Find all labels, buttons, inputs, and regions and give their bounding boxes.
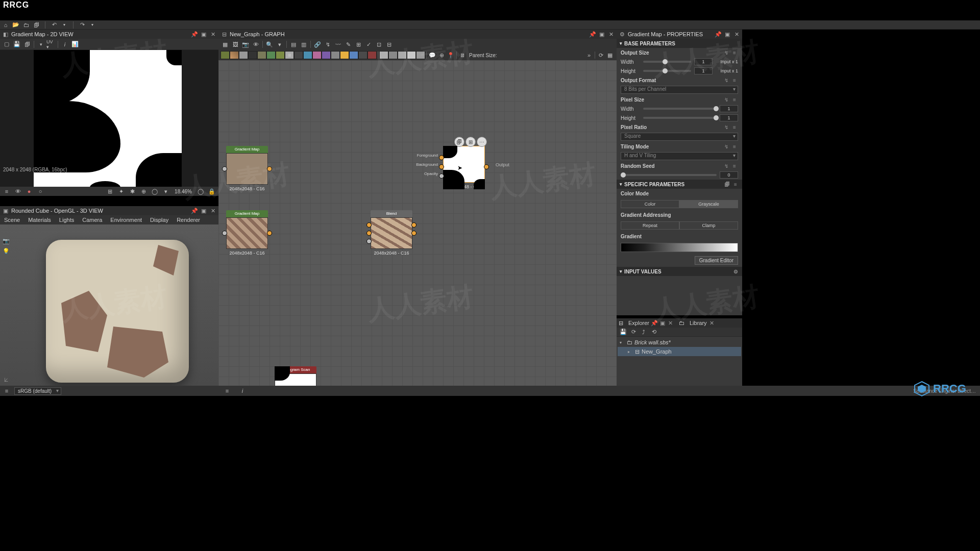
copy-icon[interactable]: 🗐 [724, 181, 731, 188]
popout-icon[interactable]: ▣ [724, 31, 731, 38]
tab-explorer[interactable]: Explorer 📌 ▣ ✕ [625, 318, 677, 328]
save-icon[interactable]: 💾 [619, 328, 628, 337]
graph-canvas[interactable]: Gradient Map 2048x2048 - C16 Gradient Ma… [218, 60, 617, 396]
height-value[interactable]: 1 [694, 67, 713, 74]
align-icon[interactable]: ▤ [289, 40, 298, 49]
close-icon[interactable]: ✕ [733, 31, 740, 38]
image-icon[interactable]: 🖼 [231, 40, 240, 49]
colorspace-combo[interactable]: sRGB (default) [14, 387, 61, 395]
close-icon[interactable]: ✕ [709, 320, 715, 326]
ps-height-slider[interactable] [643, 117, 717, 119]
swatch[interactable] [398, 51, 407, 59]
stamp-icon[interactable]: ⊞ [354, 40, 363, 49]
input-port[interactable] [222, 231, 227, 236]
section-input-values[interactable]: ▾INPUT VALUES ⚙ [617, 267, 742, 276]
ratio-dropdown[interactable]: Square [621, 133, 738, 141]
pin-icon[interactable]: 📌 [589, 31, 596, 38]
crop2-icon[interactable]: ⊟ [384, 40, 394, 49]
input-port[interactable] [439, 155, 444, 160]
menu-icon[interactable]: ≡ [731, 162, 738, 169]
popout-icon[interactable]: ▣ [200, 31, 207, 38]
seed-value[interactable]: 0 [720, 171, 738, 179]
dot-icon[interactable]: ● [24, 187, 34, 196]
menu-icon[interactable]: ≡ [731, 123, 738, 131]
menu-icon[interactable]: ≡ [731, 49, 738, 56]
close-icon[interactable]: ✕ [668, 320, 674, 326]
menu-materials[interactable]: Materials [28, 217, 51, 223]
ps-height-value[interactable]: 1 [720, 114, 738, 121]
menu-lights[interactable]: Lights [59, 217, 74, 223]
output-port[interactable] [411, 231, 416, 236]
circle-icon[interactable]: ◯ [196, 187, 205, 196]
recent-icon[interactable]: 🗀 [22, 21, 30, 29]
check-icon[interactable]: ✓ [364, 40, 373, 49]
node-blend-2[interactable]: 🗐 ⊞ ⋯ 2048x2048 - C16 Foreground Backgro… [443, 146, 485, 189]
menu-icon[interactable]: ≡ [731, 143, 738, 150]
swatch[interactable] [340, 51, 349, 59]
close-icon[interactable]: ✕ [209, 207, 216, 214]
target-icon[interactable]: ✱ [128, 187, 137, 196]
close-icon[interactable]: ✕ [607, 31, 615, 38]
refresh-icon[interactable]: ⟳ [596, 51, 605, 60]
output-port[interactable] [411, 222, 416, 228]
redo-icon[interactable]: ↷ [79, 21, 86, 29]
dot2-icon[interactable]: ○ [36, 187, 45, 196]
dropdown-icon[interactable]: ▾ [161, 187, 170, 196]
axis-icon[interactable]: ⟀ [2, 375, 10, 384]
flow-icon[interactable]: ↯ [323, 40, 332, 49]
link-icon[interactable]: 🔗 [313, 40, 322, 49]
save-icon[interactable]: 💾 [12, 40, 21, 49]
input-port[interactable] [439, 164, 444, 169]
tab-library[interactable]: Library ✕ [687, 318, 718, 328]
swatch[interactable] [331, 51, 340, 59]
reload-icon[interactable]: ⟲ [649, 328, 658, 337]
swatch[interactable] [266, 51, 276, 59]
swatch[interactable] [303, 51, 312, 59]
seg-repeat[interactable]: Repeat [621, 221, 679, 230]
popout-icon[interactable]: ▣ [200, 207, 207, 214]
swatch[interactable] [407, 51, 416, 59]
output-port[interactable] [267, 166, 272, 171]
frame-icon[interactable]: ▦ [220, 40, 230, 49]
home-icon[interactable]: ⌂ [2, 21, 9, 29]
node-gradient-map-2[interactable]: Gradient Map 2048x2048 - C16 [226, 210, 268, 256]
menu-renderer[interactable]: Renderer [177, 217, 200, 223]
path-icon[interactable]: 〰 [333, 40, 342, 49]
seed-slider[interactable] [621, 174, 717, 176]
popout-icon[interactable]: ▣ [659, 320, 666, 326]
align2-icon[interactable]: ▥ [299, 40, 308, 49]
histogram-icon[interactable]: 📊 [70, 40, 80, 49]
swatch-grid[interactable]: ⊞ [285, 51, 294, 59]
crop-icon[interactable]: ⊡ [374, 40, 383, 49]
ps-width-slider[interactable] [643, 108, 717, 110]
pin-icon[interactable]: 📌 [191, 31, 198, 38]
undo-icon[interactable]: ↶ [51, 21, 58, 29]
pin-icon[interactable]: 📌 [715, 31, 722, 38]
gradient-editor-button[interactable]: Gradient Editor [695, 256, 738, 265]
list-icon[interactable]: ≡ [223, 386, 232, 395]
swatch[interactable] [416, 51, 425, 59]
new-icon[interactable]: ▢ [2, 40, 11, 49]
tree-root[interactable]: ▾🗀 Brick wall.sbs* [618, 338, 741, 347]
link-icon[interactable]: ↯ [723, 96, 730, 103]
canvas-2d[interactable]: 2048 x 2048 (RGBA, 16bpc) [0, 50, 218, 187]
seg-color[interactable]: Color [621, 200, 679, 208]
gradient-bar[interactable] [621, 243, 738, 252]
zoom-icon[interactable]: 🔍 [265, 40, 274, 49]
menu-icon[interactable]: ≡ [731, 77, 738, 84]
swatch[interactable] [322, 51, 331, 59]
tiling-dropdown[interactable]: H and V Tiling [621, 152, 738, 160]
eye-icon[interactable]: 👁 [251, 40, 260, 49]
swatch[interactable] [294, 51, 303, 59]
redo-dropdown-icon[interactable]: ▾ [89, 21, 96, 29]
light-icon[interactable]: 💡 [2, 247, 10, 255]
menu-icon[interactable]: ≡ [732, 181, 739, 188]
link-icon[interactable]: ↯ [723, 123, 730, 131]
input-port[interactable] [439, 173, 444, 179]
pin-icon[interactable]: 📌 [651, 320, 657, 326]
info-icon[interactable]: i [238, 386, 247, 395]
node-blend-1[interactable]: Blend 2048x2048 - C16 [371, 210, 412, 256]
export-icon[interactable]: ⤴ [639, 328, 648, 337]
swatch[interactable] [239, 51, 248, 59]
swatch[interactable] [230, 51, 239, 59]
